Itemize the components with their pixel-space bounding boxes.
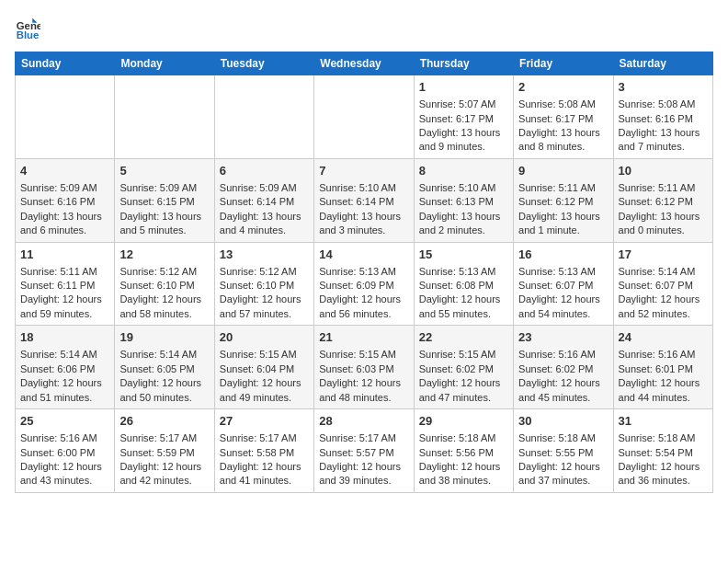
calendar-cell <box>16 75 115 159</box>
calendar-cell: 14Sunrise: 5:13 AMSunset: 6:09 PMDayligh… <box>314 242 414 326</box>
cell-info: Sunrise: 5:16 AM <box>518 348 608 362</box>
calendar-cell <box>214 75 313 159</box>
day-number: 1 <box>419 79 508 96</box>
cell-info: Daylight: 12 hours <box>419 460 508 474</box>
col-thursday: Thursday <box>414 52 513 75</box>
day-number: 25 <box>20 413 109 430</box>
calendar-cell: 26Sunrise: 5:17 AMSunset: 5:59 PMDayligh… <box>115 409 214 493</box>
cell-info: and 54 minutes. <box>518 307 608 321</box>
cell-info: Sunset: 6:17 PM <box>419 112 508 126</box>
cell-info: Daylight: 12 hours <box>619 460 708 474</box>
cell-info: and 50 minutes. <box>119 391 209 405</box>
cell-info: Sunset: 6:09 PM <box>319 279 408 293</box>
day-number: 26 <box>119 413 209 430</box>
cell-info: Daylight: 13 hours <box>220 210 309 224</box>
day-number: 16 <box>518 247 608 263</box>
cell-info: Daylight: 12 hours <box>119 293 209 306</box>
week-row-3: 18Sunrise: 5:14 AMSunset: 6:06 PMDayligh… <box>16 326 713 409</box>
day-number: 23 <box>518 329 608 346</box>
cell-info: Sunset: 6:16 PM <box>619 112 708 126</box>
cell-info: and 38 minutes. <box>419 474 508 488</box>
cell-info: and 48 minutes. <box>319 391 408 405</box>
cell-info: Sunset: 6:02 PM <box>419 362 508 376</box>
cell-info: Daylight: 12 hours <box>20 293 109 306</box>
cell-info: and 6 minutes. <box>20 224 109 237</box>
day-number: 15 <box>419 247 508 263</box>
cell-info: and 37 minutes. <box>518 474 608 488</box>
cell-info: Daylight: 12 hours <box>319 460 408 474</box>
calendar-cell: 5Sunrise: 5:09 AMSunset: 6:15 PMDaylight… <box>115 158 214 242</box>
cell-info: Sunset: 6:17 PM <box>518 112 608 126</box>
day-number: 9 <box>518 163 608 179</box>
cell-info: Sunrise: 5:17 AM <box>319 431 408 445</box>
day-number: 24 <box>619 329 708 346</box>
cell-info: and 2 minutes. <box>419 224 508 237</box>
cell-info: Sunset: 6:08 PM <box>419 279 508 293</box>
day-number: 4 <box>20 163 109 179</box>
calendar-cell: 23Sunrise: 5:16 AMSunset: 6:02 PMDayligh… <box>514 326 613 409</box>
day-number: 8 <box>419 163 508 179</box>
page-header: General Blue <box>15 15 713 40</box>
day-number: 5 <box>119 163 209 179</box>
cell-info: and 59 minutes. <box>20 307 109 321</box>
cell-info: Sunset: 6:00 PM <box>20 446 109 460</box>
cell-info: Sunrise: 5:11 AM <box>619 181 708 195</box>
cell-info: Daylight: 12 hours <box>319 293 408 306</box>
cell-info: Sunset: 6:14 PM <box>220 195 309 209</box>
svg-text:Blue: Blue <box>17 29 40 40</box>
cell-info: Sunrise: 5:10 AM <box>319 181 408 195</box>
calendar-body: 1Sunrise: 5:07 AMSunset: 6:17 PMDaylight… <box>16 75 713 493</box>
calendar-cell: 19Sunrise: 5:14 AMSunset: 6:05 PMDayligh… <box>115 326 214 409</box>
cell-info: Sunrise: 5:15 AM <box>319 348 408 362</box>
day-number: 11 <box>20 247 109 263</box>
calendar-cell: 2Sunrise: 5:08 AMSunset: 6:17 PMDaylight… <box>514 75 613 159</box>
calendar-cell: 30Sunrise: 5:18 AMSunset: 5:55 PMDayligh… <box>514 409 613 493</box>
calendar-cell: 7Sunrise: 5:10 AMSunset: 6:14 PMDaylight… <box>314 158 414 242</box>
cell-info: Sunrise: 5:17 AM <box>220 431 309 445</box>
week-row-2: 11Sunrise: 5:11 AMSunset: 6:11 PMDayligh… <box>16 242 713 326</box>
cell-info: Sunrise: 5:13 AM <box>518 265 608 279</box>
cell-info: Sunset: 6:10 PM <box>119 279 209 293</box>
cell-info: Daylight: 12 hours <box>419 376 508 390</box>
cell-info: Sunrise: 5:14 AM <box>119 348 209 362</box>
cell-info: Daylight: 13 hours <box>619 126 708 140</box>
col-monday: Monday <box>115 52 214 75</box>
cell-info: Daylight: 13 hours <box>20 210 109 224</box>
cell-info: Sunset: 6:03 PM <box>319 362 408 376</box>
cell-info: and 9 minutes. <box>419 140 508 154</box>
day-number: 20 <box>220 329 309 346</box>
calendar-cell: 29Sunrise: 5:18 AMSunset: 5:56 PMDayligh… <box>414 409 513 493</box>
calendar-cell: 18Sunrise: 5:14 AMSunset: 6:06 PMDayligh… <box>16 326 115 409</box>
day-number: 17 <box>619 247 708 263</box>
cell-info: and 45 minutes. <box>518 391 608 405</box>
cell-info: Sunset: 6:10 PM <box>220 279 309 293</box>
day-number: 10 <box>619 163 708 179</box>
cell-info: Daylight: 13 hours <box>518 210 608 224</box>
cell-info: Sunset: 6:05 PM <box>119 362 209 376</box>
header-row: Sunday Monday Tuesday Wednesday Thursday… <box>16 52 713 75</box>
calendar-cell: 6Sunrise: 5:09 AMSunset: 6:14 PMDaylight… <box>214 158 313 242</box>
cell-info: Daylight: 12 hours <box>220 293 309 306</box>
day-number: 2 <box>518 79 608 96</box>
calendar-table: Sunday Monday Tuesday Wednesday Thursday… <box>15 52 713 493</box>
day-number: 19 <box>119 329 209 346</box>
calendar-cell: 13Sunrise: 5:12 AMSunset: 6:10 PMDayligh… <box>214 242 313 326</box>
cell-info: Sunrise: 5:09 AM <box>119 181 209 195</box>
cell-info: and 4 minutes. <box>220 224 309 237</box>
cell-info: and 57 minutes. <box>220 307 309 321</box>
day-number: 30 <box>518 413 608 430</box>
calendar-cell: 24Sunrise: 5:16 AMSunset: 6:01 PMDayligh… <box>613 326 712 409</box>
cell-info: Daylight: 13 hours <box>119 210 209 224</box>
calendar-header: Sunday Monday Tuesday Wednesday Thursday… <box>16 52 713 75</box>
cell-info: Sunrise: 5:08 AM <box>619 98 708 111</box>
cell-info: Daylight: 12 hours <box>619 376 708 390</box>
cell-info: Daylight: 12 hours <box>518 376 608 390</box>
cell-info: and 43 minutes. <box>20 474 109 488</box>
calendar-cell: 21Sunrise: 5:15 AMSunset: 6:03 PMDayligh… <box>314 326 414 409</box>
cell-info: Sunset: 6:06 PM <box>20 362 109 376</box>
cell-info: Sunrise: 5:08 AM <box>518 98 608 111</box>
cell-info: Sunrise: 5:13 AM <box>319 265 408 279</box>
cell-info: Sunrise: 5:14 AM <box>20 348 109 362</box>
cell-info: and 5 minutes. <box>119 224 209 237</box>
cell-info: and 52 minutes. <box>619 307 708 321</box>
